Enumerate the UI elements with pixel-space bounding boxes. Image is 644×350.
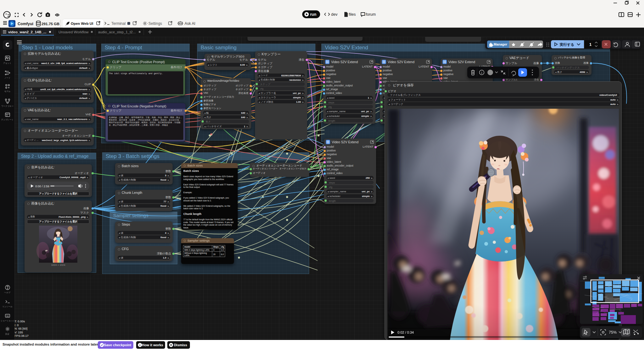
svg-text:0:02 / 0:34: 0:02 / 0:34 xyxy=(397,331,414,334)
svg-text:Comfyui: Comfyui xyxy=(18,22,33,26)
svg-text:run: run xyxy=(310,12,316,17)
svg-text:0:00 / 2:59: 0:00 / 2:59 xyxy=(35,184,49,188)
svg-text:Terminal: Terminal xyxy=(111,21,125,26)
svg-text:1: 1 xyxy=(589,42,591,47)
svg-text:Unsaved Workflow: Unsaved Workflow xyxy=(58,30,89,34)
svg-text:files: files xyxy=(349,12,356,17)
svg-text:video_wan2_2_14B_...: video_wan2_2_14B_... xyxy=(8,30,46,34)
svg-text:291.75 GB: 291.75 GB xyxy=(42,22,59,26)
svg-text:75%: 75% xyxy=(609,330,617,335)
svg-text:Ask AI: Ask AI xyxy=(185,21,195,26)
svg-text:Manager: Manager xyxy=(494,42,507,46)
svg-text:audio_ace_step_1_t2...: audio_ace_step_1_t2... xyxy=(98,30,136,34)
svg-text:Settings: Settings xyxy=(148,21,162,26)
svg-text:Open Web UI: Open Web UI xyxy=(71,22,93,25)
svg-text:実行する: 実行する xyxy=(559,42,575,47)
svg-text:forum: forum xyxy=(366,12,376,17)
svg-text:dev: dev xyxy=(331,12,338,17)
